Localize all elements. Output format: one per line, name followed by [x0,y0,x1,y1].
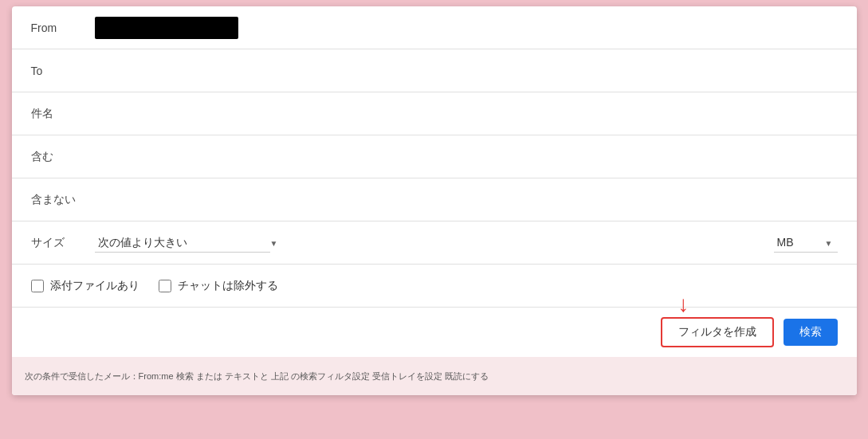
has-label: 含む [31,150,95,164]
subject-row: 件名 [12,92,857,135]
size-row: サイズ 次の値より大きい 次の値より小さい 次の値と等しい MB KB GB [12,221,857,265]
no-chat-label[interactable]: チャットは除外する [178,279,278,293]
from-row: From [12,6,857,49]
size-value-input[interactable] [283,230,410,256]
to-row: To [12,49,857,92]
hasnt-label: 含まない [31,193,95,207]
no-chat-checkbox[interactable] [159,280,171,292]
no-chat-checkbox-group: チャットは除外する [159,279,278,293]
subject-input[interactable] [95,101,838,127]
hasnt-input[interactable] [95,187,838,213]
size-unit-wrapper: MB KB GB [774,233,838,253]
has-row: 含む [12,135,857,178]
filter-dialog: From To 件名 含む 含まない サイズ 次の値より大きい 次の値より小さい… [12,6,857,395]
hasnt-row: 含まない [12,178,857,221]
bottom-strip-text: 次の条件で受信したメール：From:me 検索 または テキストと 上記 の検索… [25,370,489,382]
to-label: To [31,65,95,77]
size-comparator-select[interactable]: 次の値より大きい 次の値より小さい 次の値と等しい [95,233,270,253]
checkbox-row: 添付ファイルあり チャットは除外する [12,265,857,308]
size-comparator-wrapper: 次の値より大きい 次の値より小さい 次の値と等しい [95,233,283,253]
arrow-icon: ↓ [678,293,689,316]
actions-row: ↓ フィルタを作成 検索 [12,308,857,357]
attachment-checkbox-group: 添付ファイルあり [31,279,139,293]
from-label: From [31,22,95,34]
to-input[interactable] [95,58,838,84]
has-input[interactable] [95,144,838,170]
attachment-checkbox[interactable] [31,280,44,292]
bottom-strip: 次の条件で受信したメール：From:me 検索 または テキストと 上記 の検索… [12,357,857,395]
size-label: サイズ [31,236,95,250]
create-filter-button[interactable]: フィルタを作成 [661,317,774,347]
search-button[interactable]: 検索 [784,319,838,346]
subject-label: 件名 [31,107,95,121]
from-value-redacted [95,17,238,39]
size-unit-select[interactable]: MB KB GB [774,233,838,253]
attachment-label[interactable]: 添付ファイルあり [50,279,139,293]
